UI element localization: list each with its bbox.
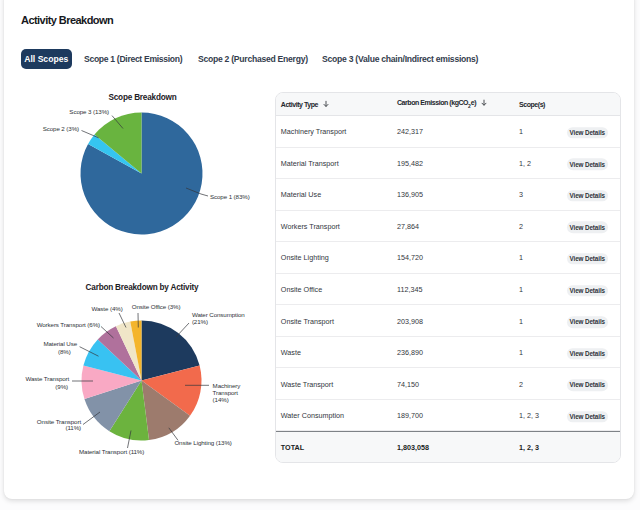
svg-text:Water Consumption: Water Consumption [192, 311, 245, 318]
svg-text:(9%): (9%) [55, 383, 68, 390]
svg-text:Material Transport (11%): Material Transport (11%) [79, 448, 144, 455]
svg-text:Scope 1 (83%): Scope 1 (83%) [210, 193, 250, 200]
svg-text:(21%): (21%) [192, 318, 208, 325]
svg-text:Onsite Office (3%): Onsite Office (3%) [132, 303, 181, 310]
svg-text:Scope 2 (3%): Scope 2 (3%) [43, 125, 79, 132]
svg-text:Waste Transport: Waste Transport [26, 375, 70, 382]
svg-text:Carbon Breakdown by Activity: Carbon Breakdown by Activity [86, 283, 199, 292]
svg-text:Transport: Transport [213, 389, 239, 396]
svg-text:Machinery: Machinery [213, 382, 242, 389]
svg-text:Waste (4%): Waste (4%) [92, 305, 123, 312]
svg-text:(14%): (14%) [213, 396, 229, 403]
svg-text:(8%): (8%) [58, 348, 71, 355]
svg-text:Scope 3 (13%): Scope 3 (13%) [69, 108, 109, 115]
svg-text:Scope Breakdown: Scope Breakdown [109, 93, 177, 102]
svg-text:Workers Transport (6%): Workers Transport (6%) [37, 321, 100, 328]
svg-text:Onsite Lighting (13%): Onsite Lighting (13%) [174, 439, 231, 446]
svg-text:(11%): (11%) [65, 424, 81, 431]
svg-text:Material Use: Material Use [43, 340, 77, 347]
